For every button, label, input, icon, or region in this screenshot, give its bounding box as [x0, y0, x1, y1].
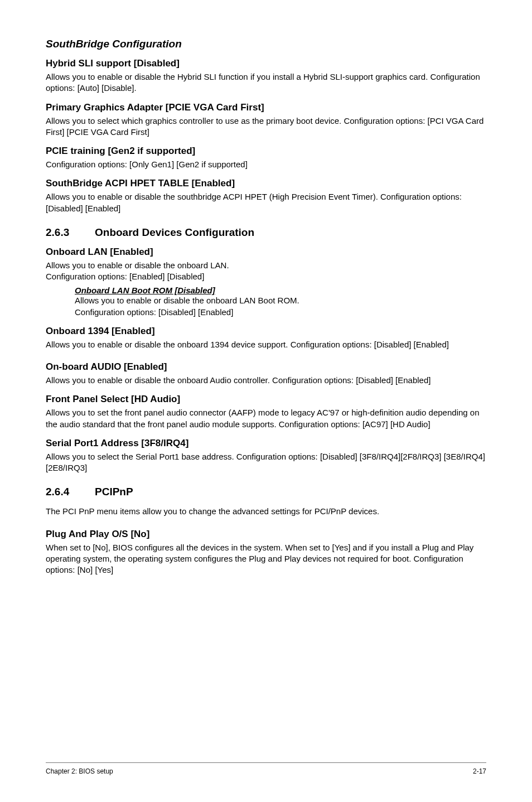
body-pcie-training: Configuration options: [Only Gen1] [Gen2…	[46, 159, 486, 170]
section-heading-pcipnp: 2.6.4PCIPnP	[46, 486, 486, 498]
body-hybrid-sli: Allows you to enable or disable the Hybr…	[46, 71, 486, 94]
body-onboard-lan-1: Allows you to enable or disable the onbo…	[46, 260, 486, 271]
section-title-southbridge: SouthBridge Configuration	[46, 38, 486, 50]
body-onboard-lan-2: Configuration options: [Enabled] [Disabl…	[46, 271, 486, 282]
body-serial-port: Allows you to select the Serial Port1 ba…	[46, 451, 486, 474]
section-title-onboard: Onboard Devices Configuration	[95, 226, 254, 238]
body-pcipnp-intro: The PCI PnP menu items allow you to chan…	[46, 506, 486, 517]
body-plug-and-play: When set to [No], BIOS configures all th…	[46, 542, 486, 576]
heading-pcie-training: PCIE training [Gen2 if supported]	[46, 146, 486, 157]
page-footer: Chapter 2: BIOS setup 2-17	[46, 762, 486, 775]
body-primary-graphics: Allows you to select which graphics cont…	[46, 115, 486, 138]
heading-onboard-1394: Onboard 1394 [Enabled]	[46, 326, 486, 337]
heading-onboard-audio: On-board AUDIO [Enabled]	[46, 361, 486, 373]
heading-onboard-lan: Onboard LAN [Enabled]	[46, 247, 486, 258]
sub-body-lan-boot-rom-1: Allows you to enable or disable the onbo…	[75, 295, 486, 306]
section-title-pcipnp: PCIPnP	[95, 486, 133, 497]
heading-hybrid-sli: Hybrid SLI support [Disabled]	[46, 58, 486, 69]
body-front-panel: Allows you to set the front panel audio …	[46, 407, 486, 430]
heading-primary-graphics: Primary Graphics Adapter [PCIE VGA Card …	[46, 102, 486, 113]
section-number-onboard: 2.6.3	[46, 226, 95, 239]
body-acpi-hpet: Allows you to enable or disable the sout…	[46, 191, 486, 214]
heading-front-panel: Front Panel Select [HD Audio]	[46, 394, 486, 405]
section-heading-onboard: 2.6.3Onboard Devices Configuration	[46, 226, 486, 239]
body-onboard-audio: Allows you to enable or disable the onbo…	[46, 375, 486, 386]
body-onboard-1394: Allows you to enable or disable the onbo…	[46, 339, 486, 350]
heading-acpi-hpet: SouthBridge ACPI HPET TABLE [Enabled]	[46, 178, 486, 189]
heading-plug-and-play: Plug And Play O/S [No]	[46, 529, 486, 540]
sub-body-lan-boot-rom-2: Configuration options: [Disabled] [Enabl…	[75, 307, 486, 318]
sub-heading-lan-boot-rom: Onboard LAN Boot ROM [Disabled]	[75, 286, 486, 295]
heading-serial-port: Serial Port1 Address [3F8/IRQ4]	[46, 438, 486, 449]
footer-left: Chapter 2: BIOS setup	[46, 767, 113, 775]
section-number-pcipnp: 2.6.4	[46, 486, 95, 498]
footer-right: 2-17	[473, 767, 486, 775]
